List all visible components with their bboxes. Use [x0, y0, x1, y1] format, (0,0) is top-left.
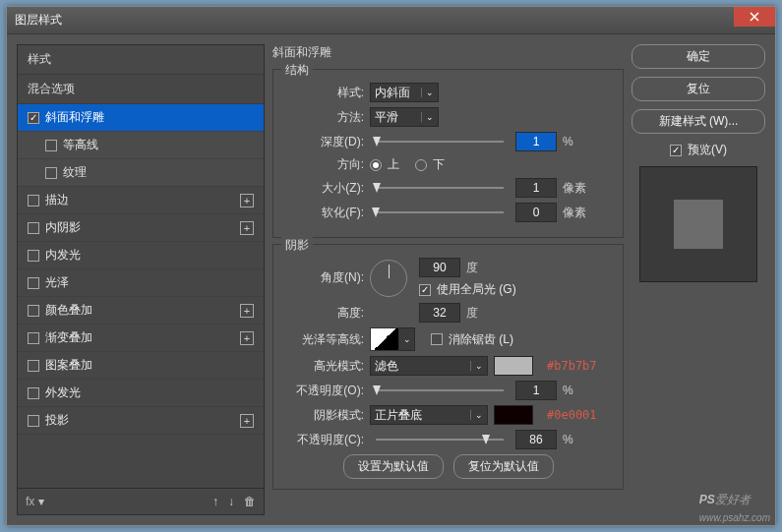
effect-stroke[interactable]: 描边 +	[18, 187, 264, 214]
plus-icon[interactable]: +	[240, 304, 254, 318]
effect-label: 等高线	[63, 137, 98, 153]
close-button[interactable]	[734, 7, 775, 27]
checkbox[interactable]	[28, 305, 39, 317]
shadow-opacity-slider[interactable]	[376, 439, 504, 441]
dialog-body: 样式 混合选项 斜面和浮雕 等高线 纹理	[7, 34, 775, 525]
effect-inner-glow[interactable]: 内发光	[18, 242, 264, 269]
method-label: 方法:	[283, 109, 364, 126]
preview-inner	[674, 200, 723, 249]
gloss-contour-picker[interactable]	[370, 327, 399, 351]
checkbox[interactable]	[28, 332, 39, 344]
blend-options-heading[interactable]: 混合选项	[18, 75, 264, 104]
shadow-opacity-input[interactable]: 86	[515, 430, 557, 449]
styles-heading[interactable]: 样式	[18, 45, 264, 75]
size-input[interactable]: 1	[515, 178, 557, 198]
effect-satin[interactable]: 光泽	[18, 269, 264, 297]
effect-pattern-overlay[interactable]: 图案叠加	[18, 352, 264, 380]
direction-label: 方向:	[283, 156, 364, 173]
shadow-mode-select[interactable]: 正片叠底⌄	[370, 405, 488, 425]
trash-icon[interactable]: 🗑	[244, 495, 256, 508]
size-label: 大小(Z):	[283, 180, 364, 197]
group-title: 结构	[281, 62, 313, 79]
direction-up-radio[interactable]	[370, 159, 382, 171]
angle-input[interactable]: 90	[419, 258, 460, 277]
global-light-label: 使用全局光 (G)	[437, 281, 516, 298]
checkbox[interactable]	[28, 112, 39, 124]
right-panel: 确定 复位 新建样式 (W)... 预览(V)	[632, 44, 765, 515]
dialog-window: 图层样式 样式 混合选项 斜面和浮雕 等高线	[6, 6, 776, 526]
depth-input[interactable]: 1	[515, 132, 557, 151]
highlight-opacity-label: 不透明度(O):	[283, 383, 364, 399]
plus-icon[interactable]: +	[240, 414, 254, 428]
soften-slider[interactable]	[376, 211, 504, 213]
effect-label: 描边	[45, 192, 69, 208]
effect-texture[interactable]: 纹理	[18, 159, 264, 187]
preview-checkbox[interactable]	[670, 145, 682, 156]
highlight-color-swatch[interactable]	[494, 356, 533, 376]
effect-label: 图案叠加	[45, 357, 92, 374]
preview-label: 预览(V)	[688, 142, 727, 158]
effects-sidebar: 样式 混合选项 斜面和浮雕 等高线 纹理	[17, 44, 265, 515]
effect-drop-shadow[interactable]: 投影 +	[18, 407, 264, 435]
shading-group: 阴影 角度(N): 90 度 使用全局光 (G)	[272, 244, 624, 490]
highlight-color-note: #b7b7b7	[547, 359, 597, 373]
reset-default-button[interactable]: 复位为默认值	[453, 454, 554, 479]
effect-color-overlay[interactable]: 颜色叠加 +	[18, 297, 264, 325]
plus-icon[interactable]: +	[240, 194, 254, 207]
move-up-icon[interactable]: ↑	[212, 495, 218, 508]
soften-input[interactable]: 0	[515, 203, 557, 222]
set-default-button[interactable]: 设置为默认值	[343, 454, 444, 479]
close-icon	[750, 12, 759, 22]
new-style-button[interactable]: 新建样式 (W)...	[632, 109, 765, 134]
depth-slider[interactable]	[376, 141, 504, 143]
cancel-button[interactable]: 复位	[632, 77, 765, 101]
global-light-checkbox[interactable]	[419, 284, 431, 296]
move-down-icon[interactable]: ↓	[228, 495, 234, 508]
highlight-opacity-input[interactable]: 1	[515, 381, 557, 400]
unit: %	[563, 135, 573, 148]
effect-inner-shadow[interactable]: 内阴影 +	[18, 214, 264, 242]
antialias-checkbox[interactable]	[431, 333, 443, 345]
antialias-label: 消除锯齿 (L)	[449, 331, 513, 348]
panel-title: 斜面和浮雕	[272, 44, 624, 61]
preview-thumbnail	[639, 166, 757, 282]
shadow-mode-label: 阴影模式:	[283, 407, 364, 424]
altitude-input[interactable]: 32	[419, 303, 460, 323]
watermark: PS爱好者 www.psahz.com	[699, 491, 770, 524]
effect-label: 投影	[45, 412, 69, 429]
checkbox[interactable]	[28, 250, 39, 262]
checkbox[interactable]	[45, 167, 57, 179]
effects-list: 斜面和浮雕 等高线 纹理 描边 +	[18, 104, 264, 488]
shadow-color-swatch[interactable]	[494, 405, 533, 425]
titlebar[interactable]: 图层样式	[7, 7, 775, 34]
fx-menu-button[interactable]: fx ▾	[26, 495, 44, 508]
checkbox[interactable]	[28, 195, 39, 207]
direction-down-radio[interactable]	[415, 159, 427, 171]
checkbox[interactable]	[28, 360, 39, 372]
angle-dial[interactable]	[370, 260, 407, 297]
plus-icon[interactable]: +	[240, 221, 254, 235]
checkbox[interactable]	[28, 222, 39, 234]
checkbox[interactable]	[45, 140, 57, 151]
up-label: 上	[388, 156, 399, 173]
effect-gradient-overlay[interactable]: 渐变叠加 +	[18, 325, 264, 352]
highlight-mode-select[interactable]: 滤色⌄	[370, 356, 488, 376]
gloss-dropdown[interactable]: ⌄	[399, 327, 415, 351]
altitude-label: 高度:	[283, 305, 364, 322]
checkbox[interactable]	[28, 415, 39, 427]
effect-outer-glow[interactable]: 外发光	[18, 380, 264, 407]
highlight-opacity-slider[interactable]	[376, 389, 504, 391]
structure-group: 结构 样式: 内斜面⌄ 方法: 平滑⌄ 深度(D): 1 % 方向:	[272, 69, 624, 238]
depth-label: 深度(D):	[283, 134, 364, 150]
group-title: 阴影	[281, 237, 313, 254]
checkbox[interactable]	[28, 277, 39, 289]
method-select[interactable]: 平滑⌄	[370, 107, 439, 127]
effect-contour[interactable]: 等高线	[18, 132, 264, 159]
checkbox[interactable]	[28, 387, 39, 399]
size-slider[interactable]	[376, 187, 504, 189]
effect-bevel-emboss[interactable]: 斜面和浮雕	[18, 104, 264, 132]
plus-icon[interactable]: +	[240, 331, 254, 345]
style-select[interactable]: 内斜面⌄	[370, 83, 439, 102]
sidebar-footer: fx ▾ ↑ ↓ 🗑	[18, 488, 264, 514]
ok-button[interactable]: 确定	[632, 44, 765, 69]
